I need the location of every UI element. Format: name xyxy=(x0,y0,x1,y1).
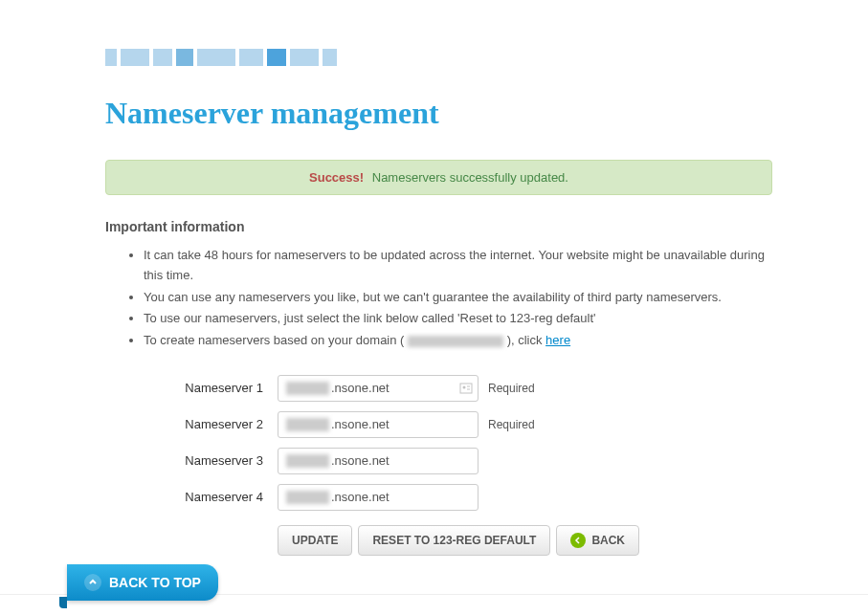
alert-success-label: Success! xyxy=(309,170,364,185)
svg-rect-0 xyxy=(460,384,472,393)
update-button[interactable]: UPDATE xyxy=(278,525,352,556)
arrow-left-icon xyxy=(570,533,586,548)
info-item: To create nameservers based on your doma… xyxy=(144,331,772,351)
domain-blurred xyxy=(408,336,503,347)
nameserver-1-input[interactable]: .nsone.net xyxy=(278,375,479,402)
back-button[interactable]: BACK xyxy=(556,525,639,556)
back-to-top-button[interactable]: BACK TO TOP xyxy=(67,564,218,601)
nameserver-3-label: Nameserver 3 xyxy=(172,453,278,468)
info-item: It can take 48 hours for nameservers to … xyxy=(144,246,772,286)
contact-card-icon xyxy=(459,382,473,395)
reset-button[interactable]: RESET TO 123-REG DEFAULT xyxy=(358,525,550,556)
nameserver-2-label: Nameserver 2 xyxy=(172,417,278,431)
nameserver-4-input[interactable]: .nsone.net xyxy=(278,484,479,511)
required-label: Required xyxy=(488,418,535,431)
info-heading: Important information xyxy=(105,219,772,234)
page-title: Nameserver management xyxy=(105,96,772,131)
alert-message: Nameservers successfully updated. xyxy=(372,170,568,185)
here-link[interactable]: here xyxy=(545,333,570,347)
nameserver-4-label: Nameserver 4 xyxy=(172,490,278,504)
arrow-up-icon xyxy=(84,574,101,591)
required-label: Required xyxy=(488,382,535,395)
breadcrumb-blurred xyxy=(105,38,383,77)
info-item: You can use any nameservers you like, bu… xyxy=(144,288,772,308)
info-item: To use our nameservers, just select the … xyxy=(144,309,772,329)
nameserver-2-input[interactable]: .nsone.net xyxy=(278,411,479,438)
info-list: It can take 48 hours for nameservers to … xyxy=(105,246,772,351)
nameserver-1-label: Nameserver 1 xyxy=(172,381,278,395)
nameserver-3-input[interactable]: .nsone.net xyxy=(278,448,479,474)
success-alert: Success! Nameservers successfully update… xyxy=(105,160,772,195)
svg-point-1 xyxy=(463,385,466,388)
